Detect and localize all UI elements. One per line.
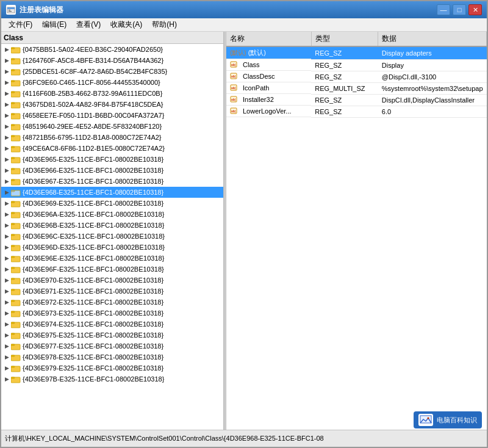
expand-icon: ▶ <box>2 45 11 54</box>
tree-item-label: {4D36E96D-E325-11CE-BFC1-08002BE10318} <box>23 244 165 251</box>
tree-item[interactable]: ▶ {43675D81-502A-4A82-9F84-B75F418C5DEA} <box>1 99 223 110</box>
expand-icon: ▶ <box>2 298 11 306</box>
tree-item[interactable]: ▶ {4D36E96D-E325-11CE-BFC1-08002BE10318} <box>1 242 223 253</box>
value-name: IconPath <box>243 84 269 92</box>
table-row[interactable]: ab| IconPath REG_MULTI_SZ %systemroot%\s… <box>226 82 487 94</box>
menu-view[interactable]: 查看(V) <box>71 18 106 31</box>
svg-rect-7 <box>11 59 15 60</box>
tree-item[interactable]: ▶ {4D36E96F-E325-11CE-BFC1-08002BE10318} <box>1 264 223 275</box>
minimize-button[interactable]: — <box>437 4 450 15</box>
svg-rect-29 <box>11 179 15 181</box>
tree-content[interactable]: ▶ {0475BB51-5A02-4EE0-B36C-29040FAD2650}… <box>1 44 223 430</box>
svg-point-77 <box>428 417 429 419</box>
tree-item-label: {4D36E965-E325-11CE-BFC1-08002BE10318} <box>23 156 163 163</box>
maximize-button[interactable]: □ <box>453 4 466 15</box>
menubar: 文件(F) 编辑(E) 查看(V) 收藏夹(A) 帮助(H) <box>1 18 487 32</box>
col-data[interactable]: 数据 <box>378 32 487 46</box>
tree-item[interactable]: ▶ {4658EE7E-F050-11D1-B6BD-00C04FA372A7} <box>1 110 223 121</box>
tree-item-label: {4D36E967-E325-11CE-BFC1-08002BE10318} <box>23 178 163 185</box>
value-data-cell: Display adapters <box>378 46 487 59</box>
reg-value-icon: ab| <box>230 84 241 92</box>
expand-icon: ▶ <box>2 265 11 273</box>
svg-rect-13 <box>11 92 15 93</box>
menu-edit[interactable]: 编辑(E) <box>37 18 71 31</box>
svg-rect-45 <box>11 267 15 269</box>
expand-icon: ▶ <box>2 287 11 295</box>
tree-item[interactable]: ▶ {4D36E969-E325-11CE-BFC1-08002BE10318} <box>1 198 223 209</box>
value-data-cell: Display <box>378 59 487 71</box>
tree-item[interactable]: ▶ {4D36E966-E325-11CE-BFC1-08002BE10318} <box>1 165 223 176</box>
table-row[interactable]: ab| ClassDesc REG_SZ @DispCI.dll,-3100 <box>226 71 487 82</box>
tree-item[interactable]: ▶ {0475BB51-5A02-4EE0-B36C-29040FAD2650} <box>1 44 223 55</box>
tree-item-label: {48519640-29EE-4E52-A8DE-5F83240BF120} <box>23 123 162 130</box>
tree-item-label: {4D36E972-E325-11CE-BFC1-08002BE10318} <box>23 298 163 306</box>
tree-item[interactable]: ▶ {4D36E974-E325-11CE-BFC1-08002BE10318} <box>1 319 223 330</box>
tree-item[interactable]: ▶ {36FC9E60-C465-11CF-8056-444553540000} <box>1 77 223 88</box>
tree-item[interactable]: ▶ {4D36E970-E325-11CE-BFC1-08002BE10318} <box>1 275 223 286</box>
menu-favorites[interactable]: 收藏夹(A) <box>106 18 147 31</box>
reg-value-icon: ab| <box>230 72 241 81</box>
tree-item[interactable]: ▶ {4116F60B-25B3-4662-B732-99A6111EDC0B} <box>1 88 223 99</box>
expand-icon: ▶ <box>2 276 11 284</box>
table-row[interactable]: ab| Class REG_SZ Display <box>226 59 487 71</box>
tree-item[interactable]: ▶ {1264760F-A5C8-4BFE-B314-D56A7B44A362} <box>1 55 223 66</box>
expand-icon: ▶ <box>2 320 11 328</box>
col-name[interactable]: 名称 <box>226 32 311 46</box>
svg-rect-21 <box>11 135 15 137</box>
tree-item[interactable]: ▶ {4D36E975-E325-11CE-BFC1-08002BE10318} <box>1 330 223 341</box>
col-type[interactable]: 类型 <box>311 32 378 46</box>
expand-icon: ▶ <box>2 111 11 120</box>
expand-icon: ▶ <box>2 155 11 164</box>
folder-icon <box>11 67 21 76</box>
tree-item-label: {4D36E975-E325-11CE-BFC1-08002BE10318} <box>23 331 163 339</box>
folder-icon <box>11 243 21 251</box>
tree-header-label: Class <box>4 34 23 42</box>
svg-rect-53 <box>11 311 15 313</box>
close-button[interactable]: ✕ <box>468 4 482 15</box>
tree-item[interactable]: ▶ {4D36E967-E325-11CE-BFC1-08002BE10318} <box>1 176 223 187</box>
folder-icon <box>11 166 21 175</box>
value-name: Class <box>243 61 260 68</box>
tree-item[interactable]: ▶ {4D36E978-E325-11CE-BFC1-08002BE10318} <box>1 352 223 363</box>
tree-item[interactable]: ▶ {49CE6AC8-6F86-11D2-B1E5-0080C72E74A2} <box>1 143 223 154</box>
tree-item[interactable]: ▶ {4D36E965-E325-11CE-BFC1-08002BE10318} <box>1 154 223 165</box>
tree-item[interactable]: ▶ {4D36E977-E325-11CE-BFC1-08002BE10318} <box>1 341 223 352</box>
table-row[interactable]: ab| Installer32 REG_SZ DispCI.dll,Displa… <box>226 94 487 106</box>
folder-icon <box>11 122 21 131</box>
svg-rect-61 <box>11 355 15 356</box>
value-name-cell: (默认) (默认) <box>226 47 311 59</box>
tree-item[interactable]: ▶ {4D36E979-E325-11CE-BFC1-08002BE10318} <box>1 363 223 374</box>
tree-item[interactable]: ▶ {4D36E973-E325-11CE-BFC1-08002BE10318} <box>1 308 223 319</box>
expand-icon: ▶ <box>2 122 11 131</box>
expand-icon: ▶ <box>2 210 11 219</box>
menu-help[interactable]: 帮助(H) <box>147 18 182 31</box>
tree-item-label: {36FC9E60-C465-11CF-8056-444553540000} <box>23 79 160 86</box>
tree-item-label: {1264760F-A5C8-4BFE-B314-D56A7B44A362} <box>23 57 163 64</box>
tree-item[interactable]: ▶ {48721B56-6795-11D2-B1A8-0080C72E74A2} <box>1 132 223 143</box>
svg-rect-65 <box>11 377 15 378</box>
expand-icon: ▶ <box>2 67 11 76</box>
tree-item[interactable]: ▶ {4D36E971-E325-11CE-BFC1-08002BE10318} <box>1 286 223 297</box>
tree-item[interactable]: ▶ {4D36E972-E325-11CE-BFC1-08002BE10318} <box>1 297 223 308</box>
menu-file[interactable]: 文件(F) <box>4 18 37 31</box>
tree-item[interactable]: ▶ {4D36E96B-E325-11CE-BFC1-08002BE10318} <box>1 220 223 231</box>
tree-item[interactable]: ▶ {4D36E97B-E325-11CE-BFC1-08002BE10318} <box>1 374 223 385</box>
folder-icon <box>11 364 21 372</box>
tree-item[interactable]: ▶ {4D36E96E-E325-11CE-BFC1-08002BE10318} <box>1 253 223 264</box>
table-row[interactable]: ab| LowerLogoVer... REG_SZ 6.0 <box>226 106 487 117</box>
registry-tree-panel: Class ▶ {0475BB51-5A02-4EE0-B36C-29040FA… <box>1 32 224 430</box>
tree-item[interactable]: ▶ {25DBCE51-6C8F-4A72-8A6D-B54C2B4FC835} <box>1 66 223 77</box>
tree-item[interactable]: ▶ {4D36E96C-E325-11CE-BFC1-08002BE10318} <box>1 231 223 242</box>
tree-item[interactable]: ▶ {4D36E96A-E325-11CE-BFC1-08002BE10318} <box>1 209 223 220</box>
folder-icon <box>11 111 21 120</box>
table-row[interactable]: (默认) (默认) REG_SZ Display adapters <box>226 46 487 59</box>
expand-icon: ▶ <box>2 254 11 262</box>
tree-item[interactable]: ▶ {4D36E968-E325-11CE-BFC1-08002BE10318} <box>1 187 223 198</box>
value-name: (默认) <box>248 48 266 57</box>
expand-icon: ▶ <box>2 232 11 240</box>
folder-icon <box>11 309 21 317</box>
tree-item-label: {49CE6AC8-6F86-11D2-B1E5-0080C72E74A2} <box>23 145 165 152</box>
window-title: 注册表编辑器 <box>20 5 433 15</box>
tree-item-label: {4D36E971-E325-11CE-BFC1-08002BE10318} <box>23 287 163 295</box>
tree-item[interactable]: ▶ {48519640-29EE-4E52-A8DE-5F83240BF120} <box>1 121 223 132</box>
